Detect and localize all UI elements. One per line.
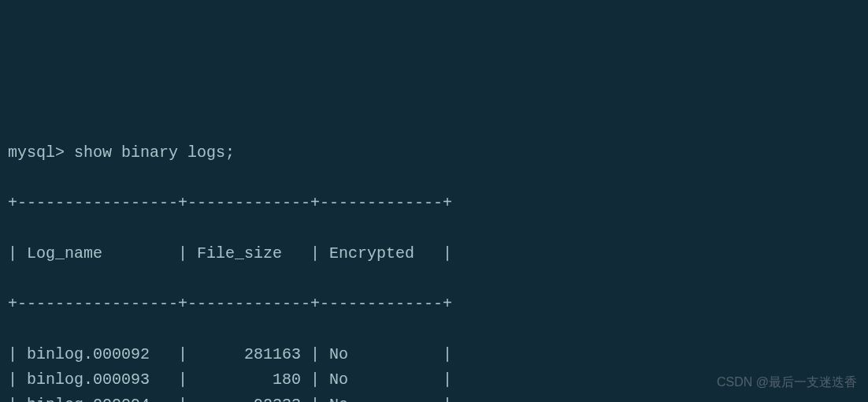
watermark: CSDN @最后一支迷迭香	[717, 372, 857, 393]
command-line: mysql> show binary logs;	[8, 140, 860, 166]
table-row: | binlog.000092 | 281163 | No |	[8, 342, 860, 367]
table-header-row: | Log_name | File_size | Encrypted |	[8, 241, 860, 266]
mysql-prompt: mysql>	[8, 143, 74, 162]
table-border-mid: +-----------------+-------------+-------…	[8, 292, 860, 317]
terminal-output: mysql> show binary logs; +--------------…	[8, 115, 860, 402]
table-row: | binlog.000094 | 92333 | No |	[8, 393, 860, 402]
table-border-top: +-----------------+-------------+-------…	[8, 191, 860, 216]
sql-command: show binary logs;	[74, 143, 235, 162]
